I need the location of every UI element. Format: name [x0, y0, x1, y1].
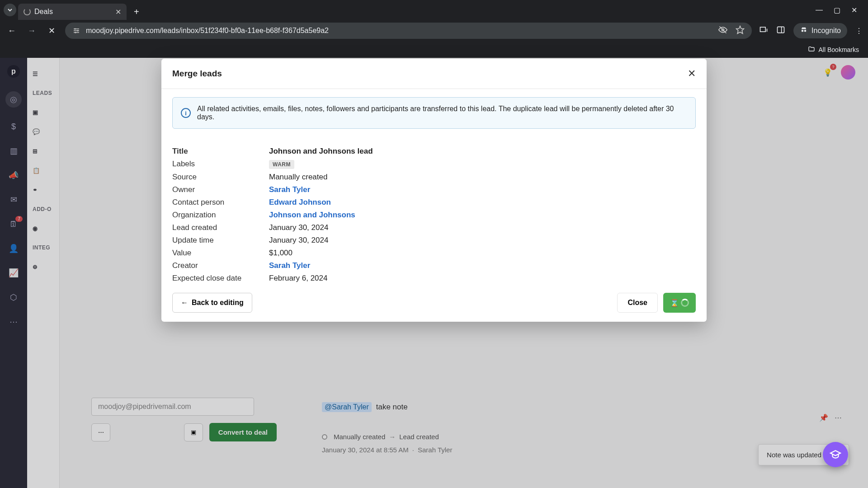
hourglass-cursor-icon: ⌛: [670, 299, 679, 307]
row-creator-value[interactable]: Sarah Tyler: [269, 261, 696, 270]
close-tab-icon[interactable]: ✕: [115, 8, 121, 16]
url-text: moodjoy.pipedrive.com/leads/inbox/51f234…: [86, 27, 713, 35]
incognito-label: Incognito: [811, 27, 841, 35]
stop-reload-button[interactable]: ✕: [45, 26, 58, 36]
star-icon[interactable]: [736, 25, 745, 36]
bookmarks-bar: All Bookmarks: [0, 42, 868, 58]
row-owner-value[interactable]: Sarah Tyler: [269, 185, 696, 194]
modal-overlay[interactable]: Merge leads ✕ i All related activities, …: [0, 58, 868, 488]
row-owner-label: Owner: [172, 185, 269, 194]
row-title-value: Johnson and Johnsons lead: [269, 147, 696, 156]
modal-header: Merge leads ✕: [161, 59, 707, 89]
new-tab-button[interactable]: +: [134, 7, 139, 17]
svg-point-9: [802, 30, 804, 32]
svg-rect-6: [760, 27, 766, 32]
tab-bar: Deals ✕ + ― ▢ ✕: [0, 0, 868, 20]
modal-close-button[interactable]: ✕: [688, 68, 696, 80]
label-badge-warm: WARM: [269, 160, 294, 169]
close-window-button[interactable]: ✕: [851, 6, 857, 14]
browser-chrome: Deals ✕ + ― ▢ ✕ ← → ✕ moodjoy.pipedrive.…: [0, 0, 868, 58]
svg-point-0: [75, 28, 76, 30]
incognito-chip[interactable]: Incognito: [793, 23, 847, 38]
maximize-button[interactable]: ▢: [834, 6, 840, 14]
svg-rect-7: [778, 27, 784, 33]
modal-body: i All related activities, emails, files,…: [161, 89, 707, 286]
merge-submit-button-loading[interactable]: ⌛: [663, 293, 696, 313]
row-org-value[interactable]: Johnson and Johnsons: [269, 211, 696, 220]
row-source-value: Manually created: [269, 173, 696, 182]
svg-point-1: [77, 30, 79, 32]
all-bookmarks-link[interactable]: All Bookmarks: [819, 46, 859, 53]
forward-button: →: [25, 26, 38, 36]
toolbar-right: Incognito ⋮: [759, 23, 863, 38]
tab-search-dropdown[interactable]: [4, 4, 16, 16]
info-banner-text: All related activities, emails, files, n…: [197, 105, 687, 121]
close-button[interactable]: Close: [617, 293, 658, 313]
row-contact-value[interactable]: Edward Johnson: [269, 198, 696, 207]
svg-marker-5: [736, 26, 744, 34]
row-labels-value: WARM: [269, 160, 696, 169]
sidepanel-icon[interactable]: [776, 25, 785, 36]
row-creator-label: Creator: [172, 261, 269, 270]
incognito-icon: [800, 26, 808, 36]
row-labels-label: Labels: [172, 160, 269, 169]
modal-footer: ← Back to editing Close ⌛: [161, 286, 707, 322]
lead-detail-table: Title Johnson and Johnsons lead Labels W…: [172, 147, 696, 283]
spinner-icon: [681, 299, 689, 307]
back-button[interactable]: ←: [5, 26, 18, 36]
row-value-value: $1,000: [269, 249, 696, 258]
graduation-cap-icon: [830, 449, 841, 460]
row-updated-value: January 30, 2024: [269, 236, 696, 245]
loading-spinner-icon: [24, 8, 31, 15]
row-contact-label: Contact person: [172, 198, 269, 207]
merge-leads-modal: Merge leads ✕ i All related activities, …: [161, 59, 707, 322]
kebab-menu-icon[interactable]: ⋮: [855, 27, 863, 35]
row-created-value: January 30, 2024: [269, 223, 696, 232]
minimize-button[interactable]: ―: [816, 6, 823, 14]
arrow-left-icon: ←: [181, 299, 188, 307]
row-title-label: Title: [172, 147, 269, 156]
folder-icon: [808, 46, 815, 54]
row-value-label: Value: [172, 249, 269, 258]
back-button-label: Back to editing: [192, 299, 244, 307]
row-close-date-value: February 6, 2024: [269, 274, 696, 283]
media-icon[interactable]: [759, 25, 768, 36]
tab-title: Deals: [34, 8, 53, 16]
row-org-label: Organization: [172, 211, 269, 220]
row-updated-label: Update time: [172, 236, 269, 245]
site-settings-icon[interactable]: [72, 27, 80, 35]
svg-point-2: [75, 32, 76, 33]
svg-point-10: [804, 30, 807, 32]
row-close-date-label: Expected close date: [172, 274, 269, 283]
browser-tab[interactable]: Deals ✕: [18, 4, 127, 20]
address-bar-row: ← → ✕ moodjoy.pipedrive.com/leads/inbox/…: [0, 20, 868, 42]
back-to-editing-button[interactable]: ← Back to editing: [172, 293, 252, 313]
window-controls: ― ▢ ✕: [816, 6, 864, 14]
chevron-down-icon: [7, 7, 13, 13]
row-created-label: Lead created: [172, 223, 269, 232]
address-bar[interactable]: moodjoy.pipedrive.com/leads/inbox/51f234…: [65, 23, 752, 39]
help-fab[interactable]: [823, 442, 848, 467]
info-icon: i: [181, 108, 191, 118]
modal-title: Merge leads: [172, 69, 222, 79]
info-banner: i All related activities, emails, files,…: [172, 97, 696, 129]
row-source-label: Source: [172, 173, 269, 182]
eye-off-icon[interactable]: [718, 25, 727, 36]
